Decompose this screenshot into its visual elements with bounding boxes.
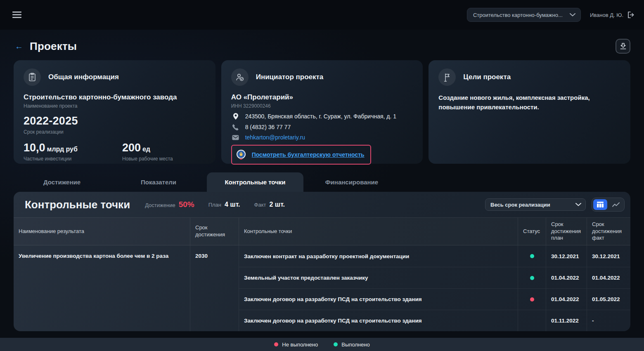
chevron-down-icon — [575, 203, 581, 206]
card-title: Цели проекта — [463, 73, 511, 81]
view-toggle — [592, 198, 625, 212]
panel-title: Контрольные точки — [25, 198, 130, 211]
clipboard-icon — [24, 68, 41, 86]
tab-indicators[interactable]: Показатели — [110, 172, 207, 192]
col-header-status: Статус — [518, 218, 546, 245]
plan-date-cell: 30.12.2021 — [546, 245, 587, 267]
result-term-cell: 2030 — [190, 245, 239, 331]
section-tabs: Достижение Показатели Контрольные точки … — [14, 172, 644, 192]
period-range-dropdown[interactable]: Весь срок реализации — [485, 198, 586, 211]
milestone-cell: Заключен договор на разработку ПСД на ст… — [239, 310, 518, 331]
plan-label: План — [208, 202, 221, 208]
jobs-value: 200 — [122, 141, 141, 154]
tab-financing[interactable]: Финансирование — [303, 172, 400, 192]
project-name: Строительство картонно-бумажного завода — [24, 93, 206, 101]
tab-milestones[interactable]: Контрольные точки — [207, 172, 303, 192]
jobs-caption: Новые рабочие места — [122, 156, 173, 162]
jobs-unit: ед — [142, 146, 150, 153]
goals-text: Создание нового жилья, комплексная застр… — [438, 93, 620, 112]
org-name: АО «Пролетарий» — [231, 93, 413, 101]
tax-emblem-icon — [236, 149, 246, 160]
investment-stat: 10,0млрд руб Частные инвестиции — [24, 141, 78, 162]
back-arrow-icon[interactable]: ← — [15, 42, 23, 50]
hamburger-menu-icon[interactable] — [12, 12, 21, 18]
chart-view-button[interactable] — [609, 199, 623, 210]
col-header-result: Наименование результата — [14, 218, 190, 245]
line-chart-icon — [612, 202, 620, 207]
download-icon — [620, 43, 626, 49]
page-header: ← Проекты — [0, 30, 644, 58]
top-bar: Строительство картонно-бумажно... Иванов… — [0, 0, 644, 30]
fact-value: 2 шт. — [269, 201, 285, 208]
status-dot — [530, 254, 534, 258]
logout-icon[interactable] — [627, 12, 635, 18]
card-initiator: Инициатор проекта АО «Пролетарий» ИНН 32… — [221, 60, 423, 164]
col-header-term: Срок достижения — [190, 218, 239, 245]
col-header-plan: Срок достижения план — [546, 218, 587, 245]
period-range-value: Весь срок реализации — [490, 202, 550, 208]
table-view-icon — [597, 202, 604, 207]
org-address: 243500, Брянская область, г. Сураж, ул. … — [245, 113, 396, 120]
investment-caption: Частные инвестиции — [24, 156, 78, 162]
goal-flag-icon — [438, 68, 456, 86]
app-root: Строительство картонно-бумажно... Иванов… — [0, 0, 644, 351]
status-cell — [518, 310, 546, 331]
milestone-cell: Заключен контракт на разработку проектно… — [239, 245, 518, 267]
col-header-fact: Срок достижения факт — [587, 218, 630, 245]
download-button[interactable] — [616, 39, 630, 54]
investment-unit: млрд руб — [47, 146, 78, 153]
person-check-icon — [231, 68, 249, 86]
phone-icon — [231, 124, 240, 130]
tab-achievement[interactable]: Достижение — [14, 172, 110, 192]
legend-done-label: Выполнено — [341, 342, 369, 348]
plan-date-cell: 01.11.2022 — [546, 310, 587, 331]
fact-date-cell: 01.04.2022 — [587, 267, 630, 288]
email-icon — [231, 135, 240, 140]
milestone-cell: Земельный участок предоставлен заказчику — [239, 267, 518, 288]
status-dot — [530, 297, 534, 302]
chevron-down-icon — [570, 13, 575, 16]
table-view-button[interactable] — [593, 199, 607, 210]
red-dot-icon — [274, 342, 278, 346]
org-inn: ИНН 3229000246 — [231, 103, 413, 109]
plan-date-cell: 01.04.2022 — [546, 288, 587, 310]
card-general-info: Общая информация Строительство картонно-… — [14, 60, 215, 164]
milestones-table: Наименование результата Срок достижения … — [14, 217, 630, 331]
period-caption: Срок реализации — [24, 129, 206, 135]
status-legend: Не выполнено Выполнено — [0, 338, 644, 351]
achievement-label: Достижение — [145, 202, 175, 208]
plan-date-cell: 01.04.2022 — [546, 267, 587, 288]
legend-failed: Не выполнено — [274, 342, 318, 348]
user-name: Иванов Д. Ю. — [590, 12, 623, 18]
project-period: 2022-2025 — [24, 115, 206, 127]
jobs-stat: 200ед Новые рабочие места — [122, 141, 173, 162]
fact-date-cell: 30.12.2021 — [587, 245, 630, 267]
project-selector-value: Строительство картонно-бумажно... — [473, 12, 563, 18]
result-name-cell: Увеличение производства картона более че… — [14, 245, 190, 331]
status-cell — [518, 267, 546, 288]
plan-value: 4 шт. — [225, 201, 240, 208]
status-cell — [518, 245, 546, 267]
org-email-link[interactable]: tehkarton@proletariy.ru — [245, 134, 305, 141]
status-dot — [530, 276, 534, 280]
card-title: Общая информация — [48, 73, 119, 81]
card-goals: Цели проекта Создание нового жилья, комп… — [429, 60, 630, 164]
info-cards: Общая информация Строительство картонно-… — [14, 60, 630, 164]
card-title: Инициатор проекта — [256, 73, 324, 81]
milestones-panel: Контрольные точки Достижение 50% План 4 … — [14, 192, 630, 331]
project-selector-dropdown[interactable]: Строительство картонно-бумажно... — [467, 8, 581, 22]
legend-done: Выполнено — [334, 342, 369, 348]
page-title: Проекты — [30, 40, 77, 53]
fact-label: Факт — [254, 202, 266, 208]
table-header-row: Наименование результата Срок достижения … — [14, 217, 630, 245]
project-name-caption: Наименование проекта — [24, 103, 206, 109]
org-phone: 8 (4832) 36 77 77 — [245, 124, 291, 130]
achievement-value: 50% — [179, 200, 194, 209]
col-header-milestones: Контрольные точки — [239, 218, 518, 245]
accounting-report-link[interactable]: Посмотреть бухгалтерскую отчетность — [252, 151, 365, 158]
report-highlight-box[interactable]: Посмотреть бухгалтерскую отчетность — [231, 145, 371, 165]
status-cell — [518, 288, 546, 310]
investment-value: 10,0 — [24, 141, 45, 154]
fact-date-cell: 01.05.2022 — [587, 288, 630, 310]
location-pin-icon — [231, 113, 240, 120]
